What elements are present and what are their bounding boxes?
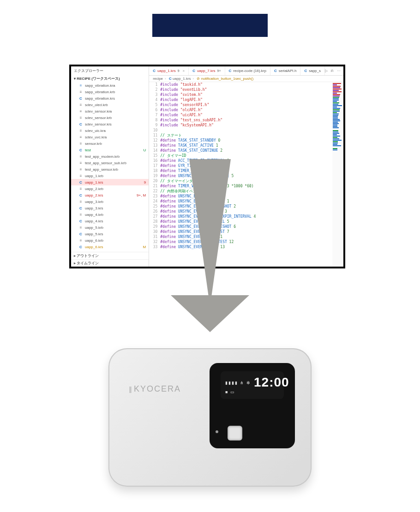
code-line[interactable]: // タイマーインターバル値 — [160, 179, 332, 184]
tab-label: sapp_s — [309, 69, 321, 73]
minimap[interactable] — [332, 82, 343, 267]
close-icon[interactable]: × — [183, 69, 185, 73]
file-icon: C — [153, 69, 156, 73]
code-line[interactable]: // タイマーID — [160, 153, 332, 158]
tree-item[interactable]: ≡sapp_vibration.kra — [71, 82, 149, 89]
tree-item[interactable]: ≡uapp_4.krb — [71, 211, 149, 218]
tree-item[interactable]: Cuapp_4.krs — [71, 218, 149, 224]
tree-item[interactable]: ≡test_app_sensor.krb — [71, 166, 149, 173]
code-line[interactable]: #include "olcAPI.h" — [160, 107, 332, 113]
tree-item[interactable]: Csdev_sensor.krs — [71, 121, 149, 127]
code-line[interactable]: #include "kcSystemAPI.h" — [160, 123, 332, 128]
brand-logo: KYOCERA — [129, 384, 181, 394]
tree-item[interactable]: ≡sdev_uic.kra — [71, 127, 149, 134]
file-icon: ≡ — [78, 213, 83, 217]
file-label: uapp_5.krs — [85, 232, 146, 236]
code-line[interactable]: #define UNSYNC_EVENT_ACC_ONESHOT 2 — [160, 204, 332, 209]
code-line[interactable]: #include "uicAPI.h" — [160, 113, 332, 118]
file-label: sapp_vibration.krs — [85, 96, 146, 101]
code-line[interactable]: #define UNSYNC_EVENT_ACC_POLL 1 — [160, 199, 332, 204]
outline-section[interactable]: ▸ アウトライン — [71, 252, 149, 259]
workspace-header[interactable]: ▾ RECIPE (ワークスペース) — [71, 75, 149, 82]
timeline-section[interactable]: ▸ タイムライン — [71, 259, 149, 267]
wifi-icon: ⋔ — [240, 381, 245, 385]
code-line[interactable]: #define UNSYNC_EVENT_INIT 0 — [160, 194, 332, 199]
code-line[interactable]: #define UNSYNC_EVENT_GYR_TEST 7 — [160, 229, 332, 234]
tab-bar: Cuapp_1.krs9×Cuapp_7.krs9+Crecipe-code (… — [149, 66, 343, 76]
tree-item[interactable]: ≡test_app_sensor_sub.krb — [71, 160, 149, 166]
code-line[interactable]: #define UNSYNC_EVENT_GYR_ONESHOT 6 — [160, 224, 332, 229]
tree-item[interactable]: Csapp_vibration.krs — [71, 95, 149, 101]
more-icon[interactable]: ⋯ — [337, 69, 341, 73]
code-line[interactable]: #include "test_sns_subAPI.h" — [160, 118, 332, 123]
code-line[interactable]: #define GYR_TIMER_ID_INTERVAL 1 — [160, 163, 332, 168]
code-line[interactable]: #define UNSYNC_EVENT_TIMER_LIFE 5 — [160, 173, 332, 179]
tree-item[interactable]: ≡sdev_uvc.kra — [71, 134, 149, 140]
tree-item[interactable]: ≡sensor.krb — [71, 140, 149, 147]
code-line[interactable]: #define UNSYNC_EVENT_XTEST 13 — [160, 244, 332, 250]
code-line[interactable]: #define UNSYNC_EVENT_ACC_VIB 3 — [160, 209, 332, 214]
tree-item[interactable]: ≡sdev_sensor.kra — [71, 108, 149, 114]
code-line[interactable]: #define TASK_STAT_STANDBY 0 — [160, 138, 332, 143]
tree-item[interactable]: Cuapp_6.krsM — [71, 244, 149, 250]
file-label: test — [85, 148, 143, 152]
editor-tab[interactable]: CserialAPI.h — [270, 66, 300, 75]
code-line[interactable] — [160, 128, 332, 133]
code-body[interactable]: #include "taskid.h"#include "eventLib.h"… — [160, 82, 332, 267]
code-line[interactable]: #include "svitem.h" — [160, 92, 332, 97]
code-line[interactable]: #include "logAPI.h" — [160, 97, 332, 102]
tree-item[interactable]: ≡sapp_vibration.krb — [71, 89, 149, 95]
code-line[interactable]: #define UNSYNC_EVENT_CHECKTEST 12 — [160, 239, 332, 244]
tree-item[interactable]: ≡test_app_modem.krb — [71, 153, 149, 160]
file-label: uapp_5.krb — [85, 226, 146, 230]
code-line[interactable]: #include "eventLib.h" — [160, 87, 332, 92]
file-icon: ≡ — [78, 167, 83, 172]
code-line[interactable]: #define TASK_STAT_ACTIVE 1 — [160, 143, 332, 148]
tree-item[interactable]: ≡sdev_oled.krb — [71, 101, 149, 108]
power-button[interactable] — [228, 426, 242, 441]
tree-item[interactable]: Cuapp_3.krs — [71, 205, 149, 211]
breadcrumb[interactable]: recipe› C uapp_1.krs› ⊘ notification_but… — [149, 76, 343, 82]
file-icon: ≡ — [78, 116, 83, 120]
editor-tab[interactable]: Cuapp_1.krs9× — [149, 66, 189, 75]
tree-item[interactable]: CtestU — [71, 147, 149, 153]
editor-tab[interactable]: Cuapp_7.krs9+ — [189, 66, 225, 75]
tree-item[interactable]: ≡uapp_3.krb — [71, 198, 149, 205]
code-line[interactable]: #define TIMER_ID_LIFE 2 — [160, 168, 332, 173]
tree-item[interactable]: ≡uapp_2.krb — [71, 185, 149, 192]
tree-item[interactable]: ≡uapp_5.krb — [71, 224, 149, 231]
code-line[interactable]: #define TASK_STAT_CONTINUE 2 — [160, 148, 332, 153]
split-icon[interactable]: ⫙ — [330, 69, 334, 73]
tab-label: uapp_1.krs — [157, 69, 176, 73]
tree-item[interactable]: Cuapp_1.krs9 — [71, 179, 149, 185]
run-icon[interactable]: ▷ — [325, 69, 328, 73]
editor-tab[interactable]: Crecipe-code (16).krp — [225, 66, 270, 75]
tree-item[interactable]: Cuapp_2.krs9+, M — [71, 192, 149, 198]
tree-item[interactable]: ≡uapp_1.krb — [71, 173, 149, 179]
file-label: sapp_vibration.krb — [85, 90, 146, 94]
file-tree: ≡sapp_vibration.kra≡sapp_vibration.krbCs… — [71, 82, 149, 252]
file-icon: ≡ — [78, 174, 83, 178]
device-screen: ▮▮▮▮ ⋔ ✻ 12:00 ■ ▭ — [221, 371, 284, 399]
code-line[interactable]: #include "taskid.h" — [160, 82, 332, 87]
code-line[interactable]: #define ACC_TIMER_ID_INTERVAL 0 — [160, 158, 332, 163]
code-line[interactable]: // 内部非同期イベント — [160, 189, 332, 194]
file-icon: C — [78, 180, 83, 185]
code-line[interactable]: #include "sensorAPI.h" — [160, 102, 332, 107]
code-line[interactable]: #define TIMER_VALUE_INTERVAL (3 *1000 *6… — [160, 184, 332, 189]
file-icon: C — [78, 96, 83, 101]
file-icon: ≡ — [78, 200, 83, 204]
tree-item[interactable]: Cuapp_5.krs — [71, 231, 149, 237]
explorer-title: エクスプローラー — [71, 66, 149, 75]
code-line[interactable]: // ステート — [160, 133, 332, 138]
tree-item[interactable]: ≡sdev_sensor.krb — [71, 114, 149, 121]
tree-item[interactable]: ≡uapp_6.krb — [71, 237, 149, 244]
file-icon: ≡ — [78, 142, 83, 146]
code-line[interactable]: #define UNSYNC_EVENT_GYR_POLL 5 — [160, 219, 332, 224]
code-line[interactable]: #define UNSYNC_EVENT_TIMER_EXPIR_INTERVA… — [160, 214, 332, 219]
code-line[interactable]: #define UNSYNC_EVENT_TEST 11 — [160, 234, 332, 239]
tab-label: recipe-code (16).krp — [233, 69, 266, 73]
file-icon: C — [78, 219, 83, 223]
file-label: sdev_oled.krb — [85, 103, 146, 107]
editor-tab[interactable]: Csapp_s — [300, 66, 325, 75]
